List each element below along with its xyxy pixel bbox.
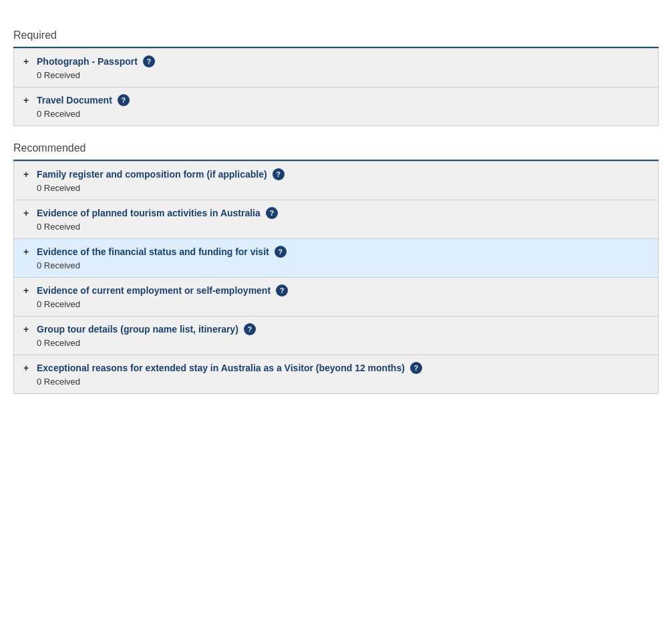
required-section: Required + Photograph - Passport ? 0 Rec… — [13, 29, 659, 126]
expand-icon-exceptional-reasons[interactable]: + — [23, 363, 31, 373]
received-count-family-register: 0 — [37, 183, 41, 193]
received-text-family-register: 0 Received — [23, 183, 649, 193]
expand-icon-evidence-tourism[interactable]: + — [23, 208, 31, 218]
expand-icon-family-register[interactable]: + — [23, 169, 31, 180]
received-label-group-tour: Received — [44, 338, 80, 348]
help-icon-evidence-tourism[interactable]: ? — [266, 207, 278, 219]
document-item-header-exceptional: + Exceptional reasons for extended stay … — [23, 362, 649, 374]
document-title-group-tour[interactable]: Group tour details (group name list, iti… — [37, 324, 238, 335]
recommended-section: Recommended + Family register and compos… — [13, 142, 659, 394]
document-item-evidence-employment: + Evidence of current employment or self… — [14, 278, 658, 317]
required-heading: Required — [13, 29, 659, 48]
required-document-list: + Photograph - Passport ? 0 Received + T… — [13, 48, 659, 126]
help-icon-travel-document[interactable]: ? — [118, 94, 130, 106]
expand-icon-travel-document[interactable]: + — [23, 95, 31, 106]
document-item-header-travel: + Travel Document ? — [23, 94, 649, 106]
expand-icon-group-tour[interactable]: + — [23, 324, 31, 335]
document-item-header-family: + Family register and composition form (… — [23, 168, 649, 180]
recommended-document-list: + Family register and composition form (… — [13, 161, 659, 394]
received-text-exceptional-reasons: 0 Received — [23, 377, 649, 387]
received-label-evidence-financial: Received — [44, 260, 80, 270]
document-title-family-register[interactable]: Family register and composition form (if… — [37, 169, 267, 180]
received-count-evidence-financial: 0 — [37, 260, 41, 270]
document-item-header-tourism: + Evidence of planned tourism activities… — [23, 207, 649, 219]
received-label-photograph-passport: Received — [44, 70, 80, 80]
document-item-header-financial: + Evidence of the financial status and f… — [23, 246, 649, 258]
document-item-travel-document: + Travel Document ? 0 Received — [14, 87, 658, 126]
document-title-evidence-employment[interactable]: Evidence of current employment or self-e… — [37, 285, 271, 296]
received-label-evidence-employment: Received — [44, 299, 80, 309]
document-title-exceptional-reasons[interactable]: Exceptional reasons for extended stay in… — [37, 363, 405, 373]
received-label-exceptional-reasons: Received — [44, 377, 80, 387]
document-item-header-employment: + Evidence of current employment or self… — [23, 284, 649, 296]
received-label-family-register: Received — [44, 183, 80, 193]
expand-icon-photograph-passport[interactable]: + — [23, 56, 31, 67]
document-item-evidence-tourism: + Evidence of planned tourism activities… — [14, 200, 658, 239]
received-text-photograph-passport: 0 Received — [23, 70, 649, 80]
received-text-evidence-tourism: 0 Received — [23, 222, 649, 232]
received-text-group-tour: 0 Received — [23, 338, 649, 348]
document-title-evidence-financial[interactable]: Evidence of the financial status and fun… — [37, 246, 269, 257]
expand-icon-evidence-financial[interactable]: + — [23, 246, 31, 257]
document-item-family-register: + Family register and composition form (… — [14, 162, 658, 200]
received-count-travel-document: 0 — [37, 109, 41, 119]
document-item-header: + Photograph - Passport ? — [23, 55, 649, 67]
document-item-exceptional-reasons: + Exceptional reasons for extended stay … — [14, 355, 658, 393]
page-container: Required + Photograph - Passport ? 0 Rec… — [0, 0, 672, 423]
received-count-exceptional-reasons: 0 — [37, 377, 41, 387]
received-text-travel-document: 0 Received — [23, 109, 649, 119]
received-label-travel-document: Received — [44, 109, 80, 119]
received-count-evidence-tourism: 0 — [37, 222, 41, 232]
help-icon-group-tour[interactable]: ? — [244, 323, 256, 335]
help-icon-family-register[interactable]: ? — [273, 168, 285, 180]
received-count-photograph-passport: 0 — [37, 70, 41, 80]
document-item-group-tour: + Group tour details (group name list, i… — [14, 317, 658, 355]
received-text-evidence-employment: 0 Received — [23, 299, 649, 309]
help-icon-exceptional-reasons[interactable]: ? — [410, 362, 422, 374]
document-item-photograph-passport: + Photograph - Passport ? 0 Received — [14, 49, 658, 87]
document-title-evidence-tourism[interactable]: Evidence of planned tourism activities i… — [37, 208, 261, 218]
help-icon-evidence-employment[interactable]: ? — [276, 284, 288, 296]
received-count-evidence-employment: 0 — [37, 299, 41, 309]
document-title-travel-document[interactable]: Travel Document — [37, 95, 112, 106]
received-count-group-tour: 0 — [37, 338, 41, 348]
document-item-evidence-financial: + Evidence of the financial status and f… — [14, 239, 658, 278]
document-title-photograph-passport[interactable]: Photograph - Passport — [37, 56, 138, 67]
received-text-evidence-financial: 0 Received — [23, 260, 649, 270]
received-label-evidence-tourism: Received — [44, 222, 80, 232]
help-icon-evidence-financial[interactable]: ? — [275, 246, 287, 258]
recommended-heading: Recommended — [13, 142, 659, 161]
document-item-header-group-tour: + Group tour details (group name list, i… — [23, 323, 649, 335]
expand-icon-evidence-employment[interactable]: + — [23, 285, 31, 296]
help-icon-photograph-passport[interactable]: ? — [143, 55, 155, 67]
